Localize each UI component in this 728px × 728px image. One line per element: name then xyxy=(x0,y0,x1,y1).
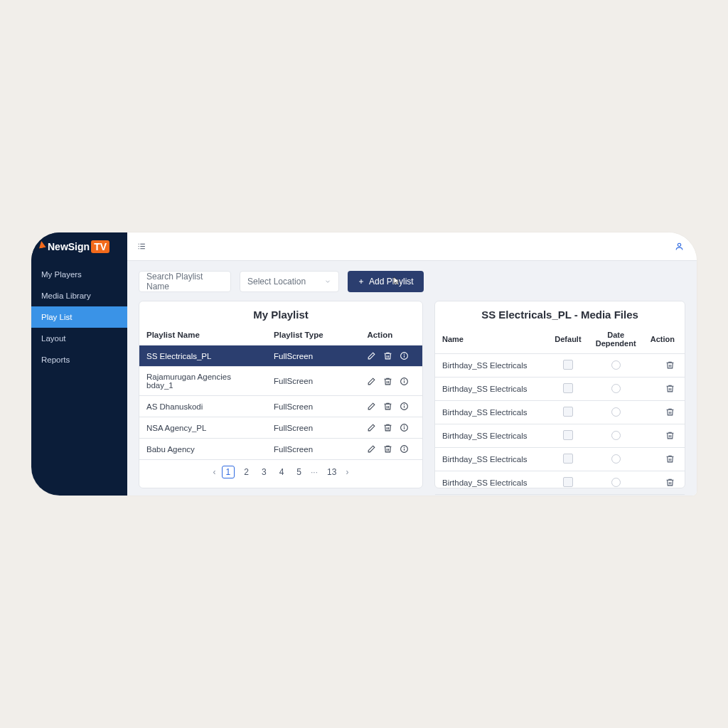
media-row: Birthday_SS Electricals xyxy=(435,378,685,401)
sidebar-item-reports[interactable]: Reports xyxy=(31,349,127,370)
pagination-page-2[interactable]: 2 xyxy=(240,466,252,478)
delete-icon[interactable] xyxy=(665,454,675,464)
playlist-row[interactable]: Babu AgencyFullScreen xyxy=(139,439,422,460)
media-col-action: Action xyxy=(643,325,685,354)
svg-point-8 xyxy=(405,354,405,355)
info-icon[interactable] xyxy=(400,444,409,454)
list-icon xyxy=(137,242,146,251)
user-menu-button[interactable] xyxy=(675,242,684,251)
user-icon xyxy=(675,242,684,251)
date-dependent-radio[interactable] xyxy=(611,431,621,440)
default-checkbox[interactable] xyxy=(563,430,573,440)
cursor-icon xyxy=(392,276,402,286)
delete-icon[interactable] xyxy=(383,444,392,454)
pagination-prev[interactable]: ‹ xyxy=(213,467,216,477)
content: Search Playlist Name Select Location Add… xyxy=(127,261,697,496)
media-col-name: Name xyxy=(435,325,547,354)
playlist-table: Playlist Name Playlist Type Action SS El… xyxy=(139,325,422,460)
media-row: Birthday_SS Electricals xyxy=(435,401,685,424)
sidebar-nav: My Players Media Library Play List Layou… xyxy=(31,261,127,370)
playlist-row-name: AS Dhanuskodi xyxy=(139,396,267,417)
date-dependent-radio[interactable] xyxy=(611,478,621,487)
playlist-row-type: FullScreen xyxy=(267,417,360,439)
playlist-row-name: Rajamurugan Agencies bday_1 xyxy=(139,367,267,396)
pagination-page-last[interactable]: 13 xyxy=(323,466,340,478)
app-window: NewSign TV My Players Media Library Play… xyxy=(31,232,697,496)
info-icon[interactable] xyxy=(400,423,409,432)
filters-row: Search Playlist Name Select Location Add… xyxy=(139,271,685,292)
playlist-row-name: SS Electricals_PL xyxy=(139,346,267,367)
pagination-ellipsis: ··· xyxy=(311,467,318,477)
edit-icon[interactable] xyxy=(367,402,376,411)
playlist-card-title: My Playlist xyxy=(139,301,422,325)
date-dependent-radio[interactable] xyxy=(611,407,621,417)
default-checkbox[interactable] xyxy=(563,454,573,464)
edit-icon[interactable] xyxy=(367,351,376,360)
playlist-row[interactable]: Rajamurugan Agencies bday_1FullScreen xyxy=(139,367,422,396)
svg-point-11 xyxy=(405,380,405,380)
delete-icon[interactable] xyxy=(665,384,675,393)
media-row-name: Birthday_SS Electricals xyxy=(435,424,547,448)
date-dependent-radio[interactable] xyxy=(611,384,621,393)
default-checkbox[interactable] xyxy=(563,407,573,417)
pagination-page-5[interactable]: 5 xyxy=(293,466,305,478)
playlist-row-type: FullScreen xyxy=(267,346,360,367)
default-checkbox[interactable] xyxy=(563,383,573,393)
search-playlist-input[interactable]: Search Playlist Name xyxy=(139,271,231,292)
media-row: Birthday_SS Electricals xyxy=(435,448,685,471)
media-card-title: SS Electricals_PL - Media Files xyxy=(435,301,685,325)
media-row: Birthday_SS Electricals xyxy=(435,354,685,378)
info-icon[interactable] xyxy=(400,351,409,360)
playlist-row[interactable]: NSA Agency_PLFullScreen xyxy=(139,417,422,439)
sidebar-item-layout[interactable]: Layout xyxy=(31,328,127,349)
media-row: Birthday_SS Electricals xyxy=(435,471,685,495)
default-checkbox[interactable] xyxy=(563,477,573,487)
svg-point-17 xyxy=(405,426,405,427)
delete-icon[interactable] xyxy=(383,351,392,360)
delete-icon[interactable] xyxy=(383,423,392,432)
add-playlist-button[interactable]: Add Playlist xyxy=(348,271,424,292)
delete-icon[interactable] xyxy=(665,407,675,417)
media-row-name: Birthday_SS Electricals xyxy=(435,471,547,495)
delete-icon[interactable] xyxy=(383,377,392,386)
media-col-default: Default xyxy=(547,325,588,354)
info-icon[interactable] xyxy=(400,377,409,386)
app-layout: NewSign TV My Players Media Library Play… xyxy=(31,232,697,496)
brand-logo: NewSign TV xyxy=(31,232,127,261)
delete-icon[interactable] xyxy=(665,431,675,440)
topbar xyxy=(127,232,697,261)
media-row-name: Birthday_SS Electricals xyxy=(435,401,547,424)
pagination-next[interactable]: › xyxy=(346,467,348,477)
delete-icon[interactable] xyxy=(665,360,675,370)
date-dependent-radio[interactable] xyxy=(611,454,621,464)
default-checkbox[interactable] xyxy=(563,360,573,370)
media-row: Birthday_SS Electricals xyxy=(435,424,685,448)
playlist-row[interactable]: SS Electricals_PLFullScreen xyxy=(139,346,422,367)
pagination-page-4[interactable]: 4 xyxy=(276,466,288,478)
sidebar-item-media-library[interactable]: Media Library xyxy=(31,285,127,306)
edit-icon[interactable] xyxy=(367,444,376,454)
playlist-row[interactable]: AS DhanuskodiFullScreen xyxy=(139,396,422,417)
playlist-row-name: NSA Agency_PL xyxy=(139,417,267,439)
delete-icon[interactable] xyxy=(665,478,675,487)
media-row-name: Birthday_SS Electricals xyxy=(435,378,547,401)
playlist-row-type: FullScreen xyxy=(267,396,360,417)
location-select[interactable]: Select Location xyxy=(240,271,339,292)
playlist-row-type: FullScreen xyxy=(267,439,360,460)
collapse-sidebar-button[interactable] xyxy=(137,242,146,251)
panels: My Playlist Playlist Name Playlist Type … xyxy=(139,301,685,488)
edit-icon[interactable] xyxy=(367,377,376,386)
svg-point-20 xyxy=(405,447,405,448)
sidebar-item-play-list[interactable]: Play List xyxy=(31,306,127,328)
delete-icon[interactable] xyxy=(383,402,392,411)
edit-icon[interactable] xyxy=(367,423,376,432)
chevron-down-icon xyxy=(324,278,331,285)
pagination-page-1[interactable]: 1 xyxy=(222,466,235,478)
playlist-row-name: Babu Agency xyxy=(139,439,267,460)
pagination-page-3[interactable]: 3 xyxy=(258,466,270,478)
date-dependent-radio[interactable] xyxy=(611,360,621,370)
info-icon[interactable] xyxy=(400,402,409,411)
playlist-col-action: Action xyxy=(360,325,422,346)
sidebar-item-my-players[interactable]: My Players xyxy=(31,264,127,285)
svg-point-3 xyxy=(678,243,680,246)
